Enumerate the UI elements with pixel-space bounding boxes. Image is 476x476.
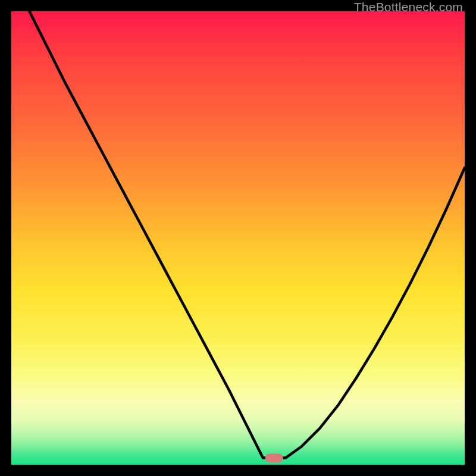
heatmap-background xyxy=(11,11,465,465)
chart-frame: TheBottleneck.com xyxy=(0,0,476,476)
attribution-label: TheBottleneck.com xyxy=(354,0,463,14)
